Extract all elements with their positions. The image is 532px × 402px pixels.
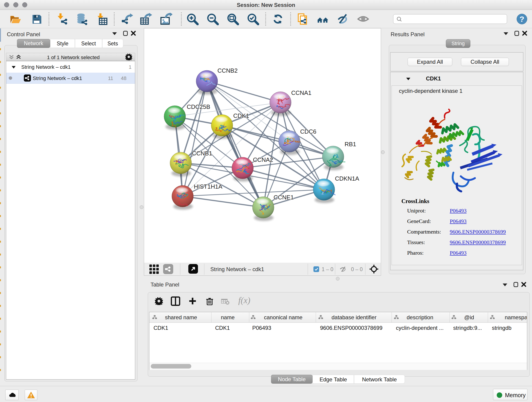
svg-text:CCNA2: CCNA2: [253, 156, 273, 163]
svg-text:CDC6: CDC6: [300, 128, 317, 135]
svg-text:CDC25B: CDC25B: [187, 103, 210, 110]
svg-text:CCNB1: CCNB1: [192, 150, 212, 157]
svg-text:CCNE1: CCNE1: [273, 194, 294, 201]
svg-text:CCNA1: CCNA1: [291, 89, 311, 96]
svg-text:CDK1: CDK1: [233, 112, 249, 119]
svg-text:HIST1H1A: HIST1H1A: [194, 183, 222, 190]
svg-text:CDKN1A: CDKN1A: [335, 175, 359, 182]
svg-text:CCNB2: CCNB2: [217, 67, 238, 74]
svg-text:RB1: RB1: [345, 141, 356, 148]
